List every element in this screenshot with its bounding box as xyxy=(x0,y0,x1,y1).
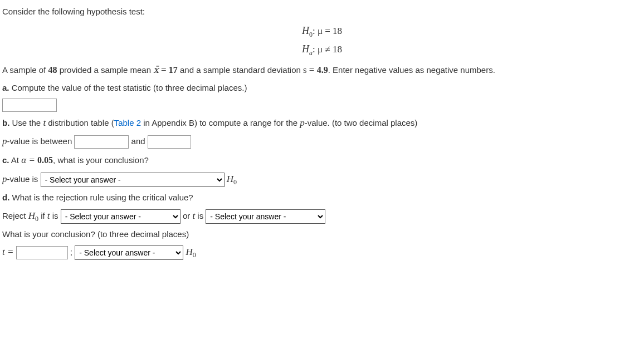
xbar-symbol: x̄ xyxy=(153,65,159,75)
part-c-question: c. At α = 0.05, what is your conclusion? xyxy=(2,152,642,169)
part-d-conclusion-question: What is your conclusion? (to three decim… xyxy=(2,227,642,242)
table-2-link[interactable]: Table 2 xyxy=(114,118,141,127)
sample-description: A sample of 48 provided a sample mean x̄… xyxy=(2,62,642,78)
h0-symbol-2: H0 xyxy=(186,247,196,257)
intro-text: Consider the following hypothesis test: xyxy=(2,4,642,19)
part-d-question: d. What is the rejection rule using the … xyxy=(2,190,642,205)
part-b-question: b. Use the t distribution table (Table 2… xyxy=(2,115,642,131)
part-d-select-1[interactable]: - Select your answer - xyxy=(61,209,180,224)
part-b-range: p-value is between and xyxy=(2,133,642,150)
part-d-conclusion-row: t = ; - Select your answer - H0 xyxy=(2,244,642,261)
pvalue-low-input[interactable] xyxy=(74,135,129,149)
part-c-select[interactable]: - Select your answer - xyxy=(41,173,225,187)
part-a-answer-input[interactable] xyxy=(2,99,57,112)
part-d-select-2[interactable]: - Select your answer - xyxy=(206,209,325,224)
part-d-t-input[interactable] xyxy=(16,246,68,259)
null-hypothesis: H0: μ = 18 xyxy=(2,22,642,41)
pvalue-high-input[interactable] xyxy=(148,135,191,149)
hypothesis-block: H0: μ = 18 Ha: μ ≠ 18 xyxy=(2,22,642,58)
part-d-conclusion-select[interactable]: - Select your answer - xyxy=(75,245,183,260)
part-a-question: a. Compute the value of the test statist… xyxy=(2,81,642,95)
alt-hypothesis: Ha: μ ≠ 18 xyxy=(2,41,642,59)
part-d-rejection-rule: Reject H0 if t is - Select your answer -… xyxy=(2,208,642,225)
part-c-answer-row: p-value is - Select your answer - H0 xyxy=(2,171,642,188)
h0-symbol: H0 xyxy=(227,174,237,184)
